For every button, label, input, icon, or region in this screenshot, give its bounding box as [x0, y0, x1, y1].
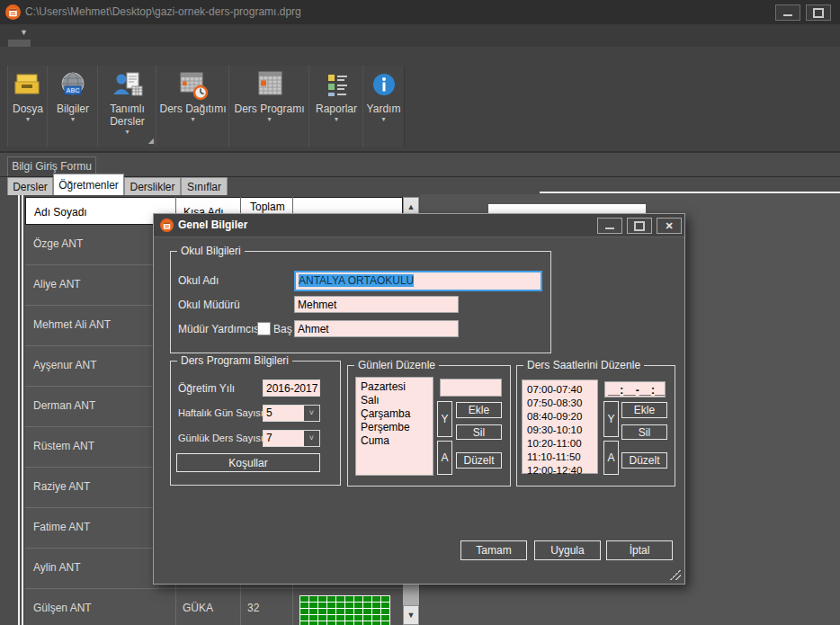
list-item[interactable]: Çarşamba — [361, 407, 433, 421]
hours-listbox[interactable]: 07:00-07:40 07:50-08:30 08:40-09:20 09:3… — [522, 379, 598, 474]
ogretim-yili-input[interactable]: 2016-2017 — [263, 379, 320, 397]
hour-move-down-button[interactable]: A — [603, 441, 619, 475]
ribbon-button-bilgiler[interactable]: ABC Bilgiler ▾ — [47, 66, 99, 147]
ribbon-button-ders-dagitimi[interactable]: Ders Dağıtımı ▾ — [156, 66, 230, 147]
schedule-cell — [372, 609, 380, 614]
schedule-cell — [336, 609, 344, 614]
haftalik-gun-sayisi-label: Haftalık Gün Sayısı — [178, 407, 264, 418]
schedule-cell — [336, 621, 344, 625]
schedule-cell — [327, 621, 335, 625]
uygula-button[interactable]: Uygula — [534, 540, 601, 560]
splitter-handle[interactable] — [18, 195, 20, 625]
ribbon-button-yardim[interactable]: Yardım ▾ — [362, 66, 405, 147]
haftalik-gun-sayisi-select[interactable]: 5 ˅ — [263, 405, 320, 422]
ogretim-yili-label: Öğretim Yılı — [178, 382, 235, 395]
group-okul-bilgileri: Okul Bilgileri Okul Adı ANTALYA ORTAOKUL… — [170, 251, 551, 353]
hour-mask-input[interactable]: __:__-__:__ — [604, 381, 666, 397]
schedule-grid[interactable] — [299, 595, 390, 625]
dialog-maximize-button[interactable] — [627, 218, 652, 234]
list-item[interactable]: 11:10-11:50 — [527, 451, 597, 464]
day-delete-button[interactable]: Sil — [456, 424, 502, 440]
schedule-cell — [327, 615, 335, 621]
selected-text: ANTALYA ORTAOKULU — [299, 274, 414, 287]
bas-checkbox[interactable] — [257, 322, 271, 335]
list-item[interactable]: 09:30-10:10 — [527, 424, 597, 437]
day-add-button[interactable]: Ekle — [456, 402, 502, 418]
table-row[interactable]: Gülşen ANT GÜKA 32 — [25, 589, 403, 625]
list-item[interactable]: 12:00-12:40 — [527, 464, 597, 478]
ribbon-button-dosya[interactable]: Dosya ▾ — [7, 66, 49, 147]
dialog-minimize-button[interactable] — [597, 218, 622, 234]
title-bar: C:\Users\Mehmet\Desktop\gazi-ornek-ders-… — [0, 0, 840, 25]
gunluk-ders-sayisi-select[interactable]: 7 ˅ — [263, 430, 320, 447]
list-item[interactable]: Pazartesi — [361, 380, 433, 394]
ribbon-button-ders-programi[interactable]: Ders Programı ▾ — [228, 66, 310, 147]
schedule-cell — [345, 621, 353, 625]
group-title: Ders Saatlerini Düzenle — [523, 359, 644, 371]
ribbon-launcher-icon[interactable]: ◢ — [148, 137, 154, 145]
iptal-button[interactable]: İptal — [606, 540, 673, 560]
close-icon: ✕ — [665, 220, 673, 232]
day-input[interactable] — [440, 379, 502, 397]
dialog-close-button[interactable]: ✕ — [657, 218, 682, 234]
list-item[interactable]: Perşembe — [361, 421, 433, 434]
minimize-icon — [783, 14, 792, 16]
mudur-yardimcisi-label: Müdür Yardımcısı — [178, 323, 263, 335]
svg-text:ABC: ABC — [66, 87, 79, 94]
day-move-up-button[interactable]: Y — [437, 401, 452, 437]
tamam-button[interactable]: Tamam — [460, 540, 527, 560]
okul-muduru-input[interactable]: Mehmet — [294, 296, 459, 313]
selected-value: 5 — [264, 406, 304, 421]
list-item[interactable]: 10:20-11:00 — [527, 437, 597, 451]
schedule-cell — [336, 603, 344, 608]
quick-access-dropdown-icon[interactable]: ▼ — [20, 28, 28, 37]
dialog-title: Genel Bilgiler — [178, 214, 247, 237]
dialog-title-bar[interactable]: Genel Bilgiler ✕ — [154, 214, 684, 237]
tab-ogretmenler[interactable]: Öğretmenler — [53, 174, 124, 195]
scroll-down-button[interactable]: ▼ — [403, 605, 419, 625]
maximize-button[interactable] — [806, 4, 831, 21]
ribbon: Dosya ▾ ABC Bilgiler ▾ Tanımlı Dersler ▾… — [0, 47, 840, 153]
splitter-handle[interactable] — [22, 195, 23, 625]
tab-siniflar[interactable]: Sınıflar — [181, 177, 228, 195]
schedule-cell — [327, 609, 335, 614]
schedule-cell — [300, 596, 308, 602]
schedule-cell — [300, 621, 308, 625]
hour-add-button[interactable]: Ekle — [621, 402, 667, 418]
schedule-cell — [354, 609, 362, 614]
hour-move-up-button[interactable]: Y — [603, 401, 619, 437]
minimize-button[interactable] — [775, 4, 800, 21]
list-item[interactable]: Salı — [361, 394, 433, 407]
list-item[interactable]: 07:00-07:40 — [527, 383, 597, 397]
list-item[interactable]: 08:40-09:20 — [527, 410, 597, 424]
list-item[interactable]: 07:50-08:30 — [527, 397, 597, 410]
schedule-cell — [372, 596, 380, 602]
kosullar-button[interactable]: Koşullar — [176, 453, 320, 472]
quick-access-toolbar — [0, 24, 840, 47]
tab-dersler[interactable]: Dersler — [7, 177, 53, 195]
ribbon-label: Tanımlı Dersler — [100, 103, 156, 128]
column-header-toplam[interactable]: Toplam — [250, 201, 285, 213]
day-edit-button[interactable]: Düzelt — [456, 452, 502, 469]
group-ders-saatlerini-duzenle: Ders Saatlerini Düzenle 07:00-07:40 07:5… — [516, 365, 675, 487]
hour-edit-button[interactable]: Düzelt — [621, 452, 667, 469]
ribbon-button-raporlar[interactable]: Raporlar ▾ — [308, 66, 364, 147]
list-item[interactable]: Cuma — [361, 434, 433, 448]
gunluk-ders-sayisi-label: Günlük Ders Sayısı — [178, 433, 264, 443]
app-icon — [5, 4, 21, 20]
hour-delete-button[interactable]: Sil — [621, 424, 667, 440]
days-listbox[interactable]: Pazartesi Salı Çarşamba Perşembe Cuma — [355, 377, 433, 476]
ribbon-label: Ders Programı — [229, 103, 309, 115]
tab-derslikler[interactable]: Derslikler — [124, 177, 181, 195]
day-move-down-button[interactable]: A — [437, 441, 452, 475]
schedule-cell — [300, 609, 308, 614]
window-title: C:\Users\Mehmet\Desktop\gazi-ornek-ders-… — [25, 0, 301, 24]
resize-grip[interactable] — [670, 569, 681, 580]
schedule-cell — [372, 621, 380, 625]
column-header-adi-soyadi[interactable]: Adı Soyadı — [34, 206, 87, 219]
schedule-cell — [318, 621, 326, 625]
schedule-cell — [345, 603, 353, 608]
mudur-yardimcisi-input[interactable]: Ahmet — [294, 320, 459, 337]
ribbon-button-tanimli-dersler[interactable]: Tanımlı Dersler ▾ ◢ — [97, 66, 157, 147]
okul-adi-input[interactable]: ANTALYA ORTAOKULU — [294, 271, 542, 291]
